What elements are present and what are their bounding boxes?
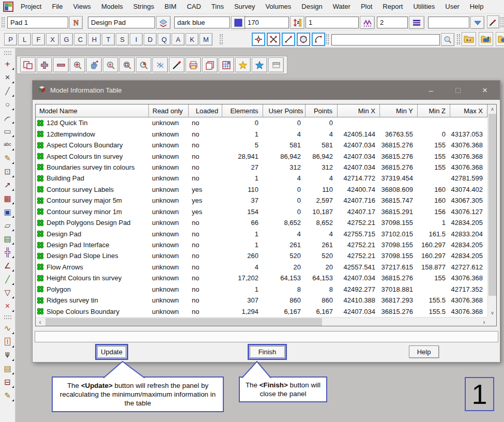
menu-cad[interactable]: CAD [181, 0, 206, 13]
sheet-grid-button[interactable] [219, 57, 234, 72]
survey-instrument-tool[interactable]: ⋔ [1, 349, 14, 361]
swatch-button[interactable] [231, 16, 246, 29]
minimize-button[interactable]: – [420, 81, 442, 100]
point-symbol-tool[interactable]: ⊡ [1, 165, 14, 178]
favourite-blue-button[interactable] [252, 57, 267, 72]
table-row[interactable]: Building Padunknownno14442714.77237319.4… [36, 173, 487, 184]
table-row[interactable]: Ridges survey tinunknownno30786086042410… [36, 295, 487, 306]
table-row[interactable]: Slope Colours Boundaryunknownno1,2946,16… [36, 306, 487, 317]
close-button[interactable]: × [474, 81, 496, 100]
favourite-yellow-button[interactable] [235, 57, 251, 72]
menu-strings[interactable]: Strings [128, 0, 159, 13]
table-row[interactable]: Contour survey minor 1munknownyes154010,… [36, 206, 487, 217]
menu-bim[interactable]: BIM [159, 0, 181, 13]
panel-extra-button[interactable] [268, 57, 284, 72]
mode-f-button[interactable]: F [32, 33, 45, 46]
help-button[interactable]: Help [409, 345, 439, 358]
zoom-inout-button[interactable]: ± [103, 57, 118, 72]
mode-m-button[interactable]: M [200, 33, 212, 46]
angle-tool[interactable]: ∠ [1, 259, 14, 272]
menu-design[interactable]: Design [296, 0, 327, 13]
menu-user[interactable]: User [440, 0, 464, 13]
add-view-button[interactable] [37, 57, 52, 72]
mode-a-button[interactable]: A [172, 33, 185, 46]
mode-p-button[interactable]: P [4, 33, 17, 46]
cad-text-field[interactable] [7, 17, 68, 28]
column-header-loaded[interactable]: Loaded [189, 104, 222, 117]
scroll-left-icon[interactable]: ‹ [36, 318, 44, 326]
pan-button[interactable] [86, 57, 102, 72]
column-header-max_x[interactable]: Max X [450, 104, 487, 117]
snap-arc-button[interactable] [312, 33, 325, 46]
menu-views[interactable]: Views [68, 0, 96, 13]
zoom-fit-button[interactable] [119, 57, 135, 72]
table-row[interactable]: Depth Polygons Design Padunknownno668,65… [36, 217, 487, 228]
horizontal-scrollbar-thumb[interactable] [45, 318, 322, 326]
zoom-extents-button[interactable] [70, 57, 85, 72]
grid-tool[interactable]: ▦ [1, 192, 14, 205]
zruler-button[interactable]: z [290, 16, 304, 29]
translate-tool[interactable]: ╬ [1, 246, 14, 259]
create-arc-tool[interactable]: ( [1, 111, 14, 124]
create-text-tool[interactable]: abc [1, 138, 14, 151]
menu-survey[interactable]: Survey [229, 0, 260, 13]
table-row[interactable]: Design Pad Slope Linesunknownno260520520… [36, 250, 487, 261]
polygon-tool[interactable]: ▽ [1, 286, 14, 299]
dropdown-button[interactable] [470, 16, 484, 29]
column-header-min_z[interactable]: Min Z [418, 104, 450, 117]
menu-report[interactable]: Report [377, 0, 408, 13]
layers-button[interactable] [156, 16, 171, 29]
column-header-user_points[interactable]: User Points [263, 104, 306, 117]
vertical-scrollbar[interactable]: ∧ ∨ [487, 104, 496, 317]
mode-q-button[interactable]: Q [158, 33, 171, 46]
menu-project[interactable]: Project [16, 0, 47, 13]
menu-help[interactable]: Help [465, 0, 489, 13]
table-row[interactable]: Contour survey major 5munknownyes3702,59… [36, 195, 487, 206]
scroll-down-icon[interactable]: ∨ [488, 308, 497, 317]
column-header-read_only[interactable]: Read only [149, 104, 189, 117]
column-header-elements[interactable]: Elements [222, 104, 263, 117]
create-rectangle-tool[interactable]: ▭ [1, 125, 14, 138]
mode-d-button[interactable]: D [144, 33, 157, 46]
colour-field[interactable] [174, 17, 230, 28]
table-row[interactable]: 12dtempwindowunknownno14442405.14436763.… [36, 128, 487, 139]
interface-tool[interactable]: I [1, 335, 14, 348]
search-button[interactable] [441, 33, 454, 46]
mode-g-button[interactable]: G [60, 33, 73, 46]
height-field[interactable] [245, 17, 289, 28]
regen-brush-button[interactable] [169, 57, 185, 72]
image-tool[interactable]: ▤ [1, 232, 14, 245]
table-row[interactable]: Design Padunknownno14442755.71537102.015… [36, 228, 487, 239]
search-input[interactable] [331, 34, 440, 46]
scroll-up-icon[interactable]: ∧ [488, 104, 497, 113]
mode-t-button[interactable]: T [102, 33, 115, 46]
toolbar-grip[interactable] [500, 17, 503, 27]
edit-notes-tool[interactable]: ▤ [1, 362, 14, 375]
app-logo-icon[interactable] [3, 2, 13, 12]
update-button[interactable]: Update [97, 346, 126, 358]
maximize-button[interactable] [447, 81, 469, 100]
model-field[interactable] [88, 17, 155, 28]
delete-points-tool[interactable]: × [1, 299, 14, 312]
mode-i-button[interactable]: I [130, 33, 143, 46]
no-regen-button[interactable] [152, 57, 168, 72]
zigzag-button[interactable] [360, 16, 375, 29]
tile-views-button[interactable] [20, 57, 36, 72]
sidebar-grip[interactable] [4, 315, 11, 319]
menu-plot[interactable]: Plot [356, 0, 377, 13]
menu-volumes[interactable]: Volumes [260, 0, 296, 13]
snap-cross-button[interactable] [267, 33, 280, 46]
vertical-scrollbar-thumb[interactable] [488, 114, 496, 296]
horizontal-scrollbar[interactable]: ‹ › [36, 317, 488, 326]
mode-k-button[interactable]: K [186, 33, 198, 46]
segment-colours-tool[interactable]: ╱ [1, 273, 14, 285]
table-row[interactable]: Height Colours tin surveyunknownno17,202… [36, 273, 487, 283]
create-point-tool[interactable]: + [1, 57, 14, 70]
table-row[interactable]: Boundaries survey tin coloursunknownno27… [36, 162, 487, 173]
toolbar-grip[interactable] [457, 34, 460, 44]
junction-cross-tool[interactable]: × [1, 71, 14, 84]
column-header-min_x[interactable]: Min X [338, 104, 380, 117]
menu-water[interactable]: Water [328, 0, 356, 13]
create-circle-tool[interactable]: ○ [1, 98, 14, 111]
table-row[interactable]: Contour survey Labelsunknownyes110011042… [36, 184, 487, 195]
